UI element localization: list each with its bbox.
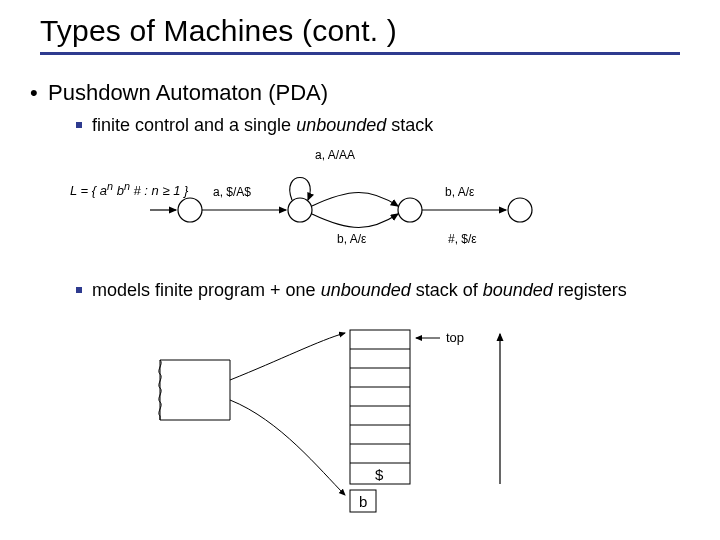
edge-q1-q2-bot [312, 214, 398, 228]
automaton-diagram: L = { an bn # : n ≥ 1 } a, A/AA a, $/A$ … [100, 140, 620, 260]
b2a-pre: finite control and a single [92, 115, 296, 135]
stack-bottom-symbol: $ [375, 466, 383, 483]
b2b-pre: models finite program + one [92, 280, 321, 300]
language-expression: L = { an bn # : n ≥ 1 } [70, 180, 188, 198]
stack-tape-diagram: top $ b [140, 320, 600, 520]
label-q1q2-bot: b, A/ε [337, 232, 366, 246]
bullet-level2-b: models finite program + one unbounded st… [76, 280, 627, 301]
state-q1 [288, 198, 312, 222]
control-to-tape-arrow [230, 400, 345, 495]
edge-q1-q2-top [312, 193, 398, 207]
label-q2-f: #, $/ε [448, 232, 477, 246]
state-start [178, 198, 202, 222]
b2a-em: unbounded [296, 115, 386, 135]
edge-loop-q1 [290, 178, 311, 201]
bullet-level1: •Pushdown Automaton (PDA) [30, 80, 328, 106]
b2b-mid: stack of [411, 280, 483, 300]
stack-tape-svg [140, 320, 600, 520]
bullet-level2-a: finite control and a single unbounded st… [76, 115, 433, 136]
label-q1q2-top: b, A/ε [445, 185, 474, 199]
lang-lhs: L = { a [70, 183, 107, 198]
bullet1-text: Pushdown Automaton (PDA) [48, 80, 328, 105]
lang-mid: b [113, 183, 124, 198]
slide-title: Types of Machines (cont. ) [40, 14, 680, 55]
square-bullet-icon [76, 122, 82, 128]
bullet-dot: • [30, 80, 48, 106]
b2b-em1: unbounded [321, 280, 411, 300]
b2a-post: stack [386, 115, 433, 135]
top-label: top [446, 330, 464, 345]
label-loop-q1: a, A/AA [315, 148, 355, 162]
tape-symbol: b [359, 493, 367, 510]
lang-rhs: # : n ≥ 1 } [130, 183, 188, 198]
state-q2 [398, 198, 422, 222]
control-box [160, 360, 230, 420]
label-s-q1: a, $/A$ [213, 185, 251, 199]
b2b-em2: bounded [483, 280, 553, 300]
square-bullet-icon [76, 287, 82, 293]
b2b-post: registers [553, 280, 627, 300]
control-to-stack-arrow [230, 333, 345, 380]
stack-outline [350, 330, 410, 484]
state-final [508, 198, 532, 222]
